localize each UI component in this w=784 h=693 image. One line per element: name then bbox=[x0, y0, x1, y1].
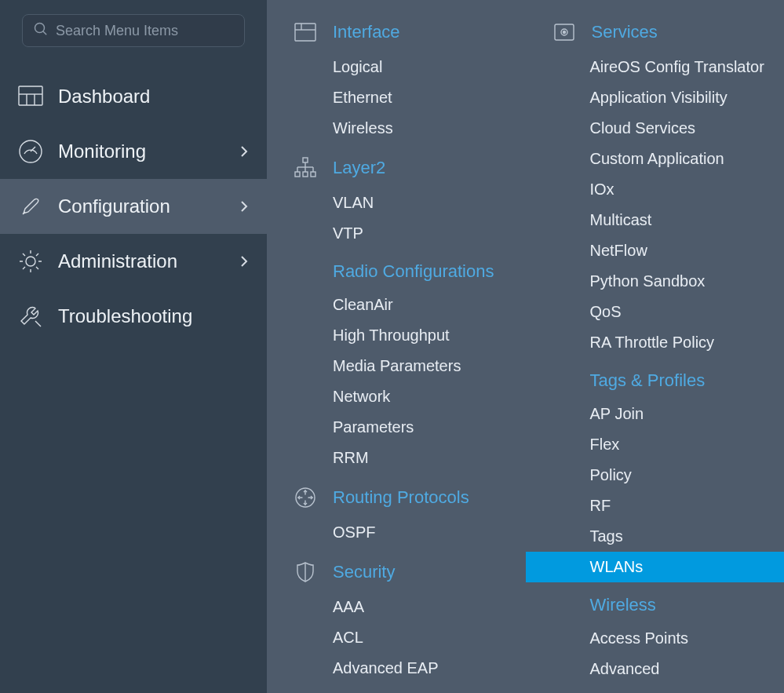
group-security: SecurityAAAACLAdvanced EAPPKI Management… bbox=[267, 553, 526, 693]
menu-item-qos[interactable]: QoS bbox=[590, 297, 785, 327]
config-flyout: InterfaceLogicalEthernetWirelessLayer2VL… bbox=[267, 0, 784, 693]
menu-item-vlan[interactable]: VLAN bbox=[333, 188, 526, 218]
menu-item-parameters[interactable]: Parameters bbox=[333, 412, 526, 443]
sidebar-item-configuration[interactable]: Configuration bbox=[0, 179, 267, 234]
menu-item-high-throughput[interactable]: High Throughput bbox=[333, 320, 526, 351]
menu-item-access-points[interactable]: Access Points bbox=[590, 623, 785, 654]
menu-item-ra-throttle-policy[interactable]: RA Throttle Policy bbox=[590, 327, 785, 358]
group-header-radio[interactable]: Radio Configurations bbox=[267, 253, 526, 290]
menu-item-logical[interactable]: Logical bbox=[333, 52, 526, 82]
group-title: Wireless bbox=[590, 595, 656, 615]
menu-item-ospf[interactable]: OSPF bbox=[333, 517, 526, 548]
svg-point-6 bbox=[26, 257, 35, 266]
sidebar-item-troubleshooting[interactable]: Troubleshooting bbox=[0, 289, 267, 344]
menu-item-netflow[interactable]: NetFlow bbox=[590, 235, 785, 266]
configuration-icon bbox=[17, 193, 44, 220]
menu-item-rf[interactable]: RF bbox=[590, 491, 785, 521]
menu-item-flex[interactable]: Flex bbox=[590, 429, 785, 460]
group-items: OSPF bbox=[267, 517, 526, 548]
group-title: Radio Configurations bbox=[333, 261, 494, 282]
group-header-interface[interactable]: Interface bbox=[267, 13, 526, 52]
group-header-routing[interactable]: Routing Protocols bbox=[267, 478, 526, 517]
menu-item-tags[interactable]: Tags bbox=[590, 521, 785, 552]
sidebar-item-label: Dashboard bbox=[58, 87, 251, 106]
menu-item-cleanair[interactable]: CleanAir bbox=[333, 290, 526, 320]
security-icon bbox=[294, 560, 317, 584]
sidebar-item-label: Administration bbox=[58, 252, 226, 271]
svg-line-7 bbox=[35, 321, 41, 326]
menu-item-network[interactable]: Network bbox=[333, 381, 526, 412]
svg-rect-8 bbox=[295, 24, 315, 41]
layer2-icon bbox=[294, 156, 317, 180]
group-header-tags[interactable]: Tags & Profiles bbox=[526, 363, 785, 399]
menu-item-acl[interactable]: ACL bbox=[333, 622, 526, 653]
chevron-right-icon bbox=[240, 200, 251, 213]
sidebar-item-administration[interactable]: Administration bbox=[0, 234, 267, 289]
group-title: Security bbox=[333, 562, 395, 582]
group-items: LogicalEthernetWireless bbox=[267, 52, 526, 144]
group-header-layer2[interactable]: Layer2 bbox=[267, 148, 526, 188]
sidebar-item-label: Troubleshooting bbox=[58, 307, 251, 326]
group-title: Services bbox=[592, 22, 658, 42]
search-box[interactable] bbox=[22, 14, 245, 47]
menu-item-advanced[interactable]: Advanced bbox=[590, 654, 785, 684]
menu-item-policy[interactable]: Policy bbox=[590, 460, 785, 491]
group-radio: Radio ConfigurationsCleanAirHigh Through… bbox=[267, 253, 526, 473]
menu-item-media-parameters[interactable]: Media Parameters bbox=[333, 351, 526, 381]
group-items: AP JoinFlexPolicyRFTagsWLANs bbox=[526, 399, 785, 582]
search-icon bbox=[34, 22, 48, 39]
flyout-column-1: InterfaceLogicalEthernetWirelessLayer2VL… bbox=[267, 0, 526, 693]
administration-icon bbox=[17, 248, 44, 275]
sidebar-item-label: Monitoring bbox=[58, 142, 226, 161]
group-tags: Tags & ProfilesAP JoinFlexPolicyRFTagsWL… bbox=[526, 363, 785, 582]
menu-item-multicast[interactable]: Multicast bbox=[590, 205, 785, 235]
menu-item-rrm[interactable]: RRM bbox=[333, 443, 526, 473]
menu-item-vtp[interactable]: VTP bbox=[333, 218, 526, 249]
menu-item-aireos-config-translator[interactable]: AireOS Config Translator bbox=[590, 52, 785, 82]
group-items: VLANVTP bbox=[267, 188, 526, 249]
group-routing: Routing ProtocolsOSPF bbox=[267, 478, 526, 548]
menu-item-iox[interactable]: IOx bbox=[590, 174, 785, 205]
sidebar-item-label: Configuration bbox=[58, 197, 226, 216]
menu-item-wireless[interactable]: Wireless bbox=[333, 113, 526, 144]
group-title: Interface bbox=[333, 22, 400, 42]
sidebar: DashboardMonitoringConfigurationAdminist… bbox=[0, 0, 267, 693]
search-input[interactable] bbox=[56, 23, 238, 39]
menu-item-advanced-eap[interactable]: Advanced EAP bbox=[333, 653, 526, 684]
group-title: Routing Protocols bbox=[333, 487, 469, 508]
routing-icon bbox=[294, 486, 317, 509]
group-header-services[interactable]: Services bbox=[526, 13, 785, 52]
sidebar-item-monitoring[interactable]: Monitoring bbox=[0, 124, 267, 179]
chevron-right-icon bbox=[240, 255, 251, 268]
menu-item-wlans[interactable]: WLANs bbox=[526, 552, 785, 582]
menu-item-ap-join[interactable]: AP Join bbox=[590, 399, 785, 429]
dashboard-icon bbox=[17, 83, 44, 110]
sidebar-nav: DashboardMonitoringConfigurationAdminist… bbox=[0, 69, 267, 344]
group-title: Tags & Profiles bbox=[590, 370, 706, 391]
sidebar-item-dashboard[interactable]: Dashboard bbox=[0, 69, 267, 124]
menu-item-python-sandbox[interactable]: Python Sandbox bbox=[590, 266, 785, 297]
group-header-security[interactable]: Security bbox=[267, 553, 526, 592]
menu-item-pki-management[interactable]: PKI Management bbox=[333, 684, 526, 693]
group-header-wireless[interactable]: Wireless bbox=[526, 587, 785, 623]
svg-rect-14 bbox=[311, 172, 315, 177]
menu-item-air-time-fairness[interactable]: Air Time Fairness bbox=[590, 684, 785, 693]
svg-rect-0 bbox=[19, 86, 42, 105]
flyout-column-2: ServicesAireOS Config TranslatorApplicat… bbox=[526, 0, 785, 693]
group-services: ServicesAireOS Config TranslatorApplicat… bbox=[526, 13, 785, 358]
svg-rect-13 bbox=[303, 172, 308, 177]
chevron-right-icon bbox=[240, 145, 251, 158]
group-layer2: Layer2VLANVTP bbox=[267, 148, 526, 249]
group-items: AireOS Config TranslatorApplication Visi… bbox=[526, 52, 785, 358]
svg-point-24 bbox=[563, 31, 565, 34]
monitoring-icon bbox=[17, 138, 44, 165]
svg-rect-11 bbox=[303, 158, 308, 162]
menu-item-cloud-services[interactable]: Cloud Services bbox=[590, 113, 785, 144]
menu-item-ethernet[interactable]: Ethernet bbox=[333, 82, 526, 113]
group-wireless: WirelessAccess PointsAdvancedAir Time Fa… bbox=[526, 587, 785, 693]
menu-item-custom-application[interactable]: Custom Application bbox=[590, 144, 785, 174]
menu-item-aaa[interactable]: AAA bbox=[333, 592, 526, 622]
group-title: Layer2 bbox=[333, 158, 385, 178]
menu-item-application-visibility[interactable]: Application Visibility bbox=[590, 82, 785, 113]
group-items: AAAACLAdvanced EAPPKI ManagementLocal EA… bbox=[267, 592, 526, 693]
